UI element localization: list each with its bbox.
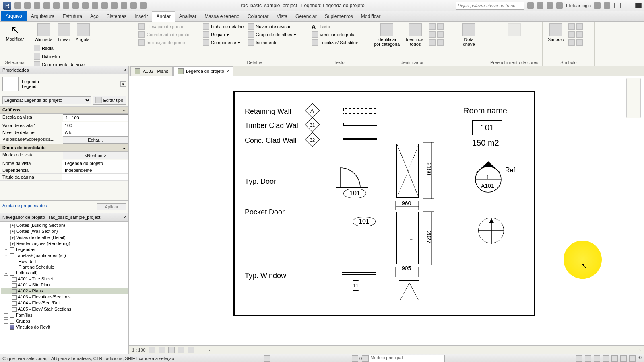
undo-icon[interactable] bbox=[43, 2, 50, 9]
text-panel-label[interactable]: Texto bbox=[312, 59, 367, 65]
search-input[interactable] bbox=[456, 2, 524, 10]
worksets-icon[interactable] bbox=[264, 355, 270, 362]
area-tag-icon[interactable] bbox=[437, 31, 444, 38]
maximize-button[interactable] bbox=[625, 3, 631, 8]
revision-cloud-button[interactable]: Nuvem de revisão bbox=[248, 23, 296, 31]
detail-group-button[interactable]: Grupo de detalhes ▾ bbox=[248, 31, 296, 39]
radial-dim-button[interactable]: Radial bbox=[34, 44, 85, 52]
minimize-button[interactable] bbox=[614, 3, 621, 8]
type-dropdown-icon[interactable]: ▾ bbox=[120, 81, 126, 87]
angular-dim-button[interactable]: Angular bbox=[74, 23, 93, 43]
detail-line-button[interactable]: Linha de detalhe bbox=[203, 23, 244, 31]
tree-node-a104[interactable]: +A104 - Elev./Sec./Det. bbox=[1, 300, 128, 306]
doc-tab-legend[interactable]: Legenda do projeto× bbox=[173, 66, 233, 76]
view-ref-icon[interactable] bbox=[437, 39, 444, 46]
close-views-icon[interactable] bbox=[130, 2, 137, 9]
tab-arquitetura[interactable]: Arquitetura bbox=[27, 12, 59, 21]
beam-sym-icon[interactable] bbox=[576, 23, 583, 30]
type-selector[interactable]: Legenda Legend ▾ bbox=[0, 74, 128, 94]
file-tab[interactable]: Arquivo bbox=[1, 11, 27, 21]
select-underlay-icon[interactable] bbox=[585, 355, 591, 362]
design-options-icon[interactable] bbox=[362, 355, 368, 362]
aligned-dim-button[interactable]: Alinhada bbox=[34, 23, 54, 43]
graphics-group-header[interactable]: Gráficos⌄ bbox=[0, 107, 128, 114]
room-tag-icon[interactable] bbox=[429, 39, 436, 46]
tab-aco[interactable]: Aço bbox=[86, 12, 103, 21]
tree-node-a001[interactable]: +A001 - Title Sheet bbox=[1, 276, 128, 282]
symbol-button[interactable]: Símbolo bbox=[545, 23, 567, 43]
switch-window-icon[interactable] bbox=[140, 2, 147, 9]
favorite-icon[interactable] bbox=[547, 2, 553, 9]
tree-node-a101[interactable]: +A101 - Site Plan bbox=[1, 282, 128, 288]
search-icon[interactable] bbox=[527, 2, 534, 9]
find-replace-button[interactable]: Localizar/ Substituir bbox=[312, 39, 367, 47]
filter-icon[interactable] bbox=[629, 355, 636, 362]
sync-icon[interactable] bbox=[34, 2, 40, 9]
span-sym-icon[interactable] bbox=[568, 23, 575, 30]
beam-tag-icon[interactable] bbox=[429, 23, 436, 30]
print-icon[interactable] bbox=[63, 2, 69, 9]
stair-sym-icon[interactable] bbox=[568, 31, 575, 38]
tree-node-legends[interactable]: +Legendas bbox=[1, 247, 128, 253]
insulation-button[interactable]: Isolamento bbox=[248, 39, 296, 47]
browser-close-button[interactable]: × bbox=[124, 215, 126, 220]
sun-path-icon[interactable] bbox=[168, 347, 175, 353]
identity-group-header[interactable]: Dados de identidade⌄ bbox=[0, 144, 128, 152]
help-icon[interactable] bbox=[604, 2, 610, 9]
view-area[interactable]: Retaining Wall A Timber Clad Wall B1 Con… bbox=[129, 76, 644, 345]
tab-inserir[interactable]: Inserir bbox=[130, 12, 152, 21]
3d-icon[interactable] bbox=[101, 2, 108, 9]
drag-elements-icon[interactable] bbox=[611, 355, 618, 362]
keynote-button[interactable]: Nota chave bbox=[456, 23, 481, 47]
material-tag-icon[interactable] bbox=[429, 31, 436, 38]
tree-node-planting[interactable]: Planting Schedule bbox=[1, 264, 128, 270]
tree-node-groups[interactable]: +Grupos bbox=[1, 318, 128, 324]
fabric-sym-icon[interactable] bbox=[576, 39, 583, 46]
user-icon[interactable] bbox=[556, 2, 563, 9]
tab-close-icon[interactable]: × bbox=[227, 69, 229, 74]
tab-suplementos[interactable]: Suplementos bbox=[321, 12, 357, 21]
tree-node-wall-sections[interactable]: +Cortes (Wall Section) bbox=[1, 228, 128, 234]
crop-icon[interactable] bbox=[188, 347, 194, 353]
detail-level-field[interactable]: Alto bbox=[62, 129, 128, 136]
save-icon[interactable] bbox=[24, 2, 31, 9]
select-panel-label[interactable]: Selecionar bbox=[2, 59, 29, 65]
properties-close-button[interactable]: × bbox=[124, 68, 126, 72]
apply-button[interactable]: Aplicar bbox=[97, 203, 126, 210]
tab-colaborar[interactable]: Colaborar bbox=[244, 12, 273, 21]
view-scale-field[interactable]: 1 : 100 bbox=[63, 114, 128, 121]
workset-combo[interactable] bbox=[273, 355, 349, 362]
select-face-icon[interactable] bbox=[603, 355, 609, 362]
redo-icon[interactable] bbox=[53, 2, 60, 9]
navigation-bar[interactable] bbox=[626, 78, 641, 118]
background-icon[interactable] bbox=[620, 355, 627, 362]
editable-only-icon[interactable] bbox=[352, 355, 358, 362]
edit-type-button[interactable]: Editar tipo bbox=[93, 96, 126, 105]
text-button[interactable]: ATexto bbox=[312, 23, 367, 31]
area-sym-icon[interactable] bbox=[576, 31, 583, 38]
tree-node-links[interactable]: Vínculos do Revit bbox=[1, 324, 128, 330]
tree-node-a103[interactable]: +A103 - Elevations/Sections bbox=[1, 294, 128, 300]
view-name-field[interactable]: Legenda do projeto bbox=[62, 160, 128, 167]
diameter-dim-button[interactable]: Diâmetro bbox=[34, 52, 85, 60]
select-links-icon[interactable] bbox=[576, 355, 582, 362]
tab-modificar[interactable]: Modificar bbox=[357, 12, 385, 21]
login-link[interactable]: Efetuar login bbox=[566, 3, 591, 8]
properties-help-link[interactable]: Ajuda de propriedades bbox=[2, 203, 47, 210]
tree-node-howdoi[interactable]: How do I bbox=[1, 259, 128, 264]
tab-massa[interactable]: Massa e terreno bbox=[200, 12, 244, 21]
comm-icon[interactable] bbox=[537, 2, 543, 9]
tree-node-schedules[interactable]: −Tabelas/Quantidades (all) bbox=[1, 253, 128, 259]
tree-node-sections[interactable]: +Cortes (Building Section) bbox=[1, 222, 128, 228]
open-icon[interactable] bbox=[14, 2, 21, 9]
tree-node-families[interactable]: +Famílias bbox=[1, 312, 128, 318]
detail-level-icon[interactable] bbox=[149, 347, 155, 353]
tree-node-a102[interactable]: +A102 - Plans bbox=[1, 288, 128, 294]
view-template-button[interactable]: <Nenhum> bbox=[63, 152, 128, 159]
spell-check-button[interactable]: Verificar ortografia bbox=[312, 31, 367, 39]
align-icon[interactable] bbox=[82, 2, 89, 9]
tag-category-button[interactable]: Identificar por categoria bbox=[372, 23, 402, 47]
path-sym-icon[interactable] bbox=[568, 39, 575, 46]
tab-analisar[interactable]: Analisar bbox=[175, 12, 200, 21]
tree-node-a105[interactable]: +A105 - Elev./ Stair Sections bbox=[1, 306, 128, 312]
